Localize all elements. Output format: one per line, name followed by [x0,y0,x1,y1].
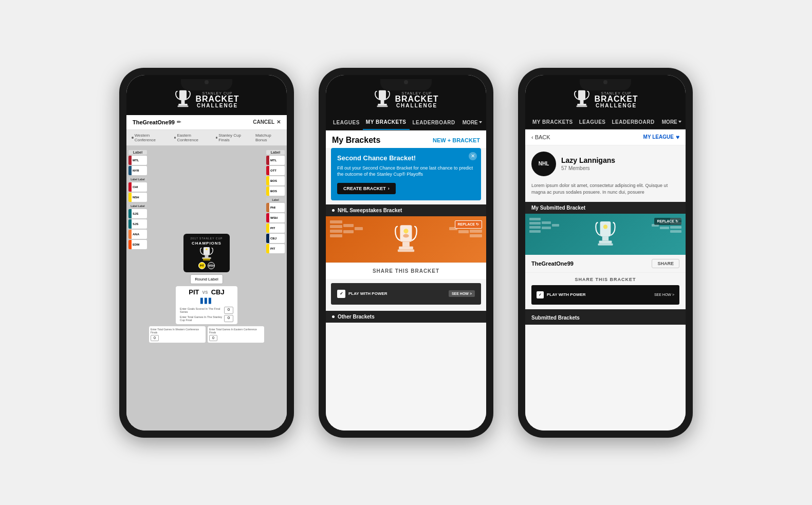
input-row-1: Enter Goals Scored In The Final Series 0 [180,307,233,314]
replace-icon-2: ↻ [476,222,479,227]
bottom-inputs: Enter Total Games In Western Conference … [149,326,264,343]
tab-western[interactable]: Western Conference [132,133,169,142]
team-slot-r7: PIT [266,223,285,233]
input-field-1[interactable]: 0 [224,307,233,314]
svg-rect-21 [578,104,587,106]
nav-mybrackets-3[interactable]: MY BRACKETS [529,115,576,129]
svg-rect-20 [580,100,584,104]
tab-bonus[interactable]: Matchup Bonus [255,133,282,142]
bracket-card-header: NHL Sweepstakes Bracket [326,204,486,216]
nav-more-3[interactable]: MORE [660,115,684,129]
svg-point-27 [603,225,607,229]
svg-rect-0 [179,90,187,100]
phone-3: STANLEY CUP BRACKET CHALLENGE MY BRACKET… [518,68,693,438]
edit-icon-1[interactable]: ✏ [177,119,181,125]
team-slot-8: EDM [128,240,147,249]
svg-rect-12 [377,105,388,107]
challenge-label-2: CHALLENGE [395,103,438,108]
trophy-icon-2 [373,89,392,111]
p1-tabs: Western Conference Eastern Conference St… [126,130,287,146]
tab-finals[interactable]: Stanley Cup Finals [216,133,250,142]
p3-nav-row: ‹ BACK MY LEAGUE ♥ [525,129,686,145]
bracket-label-3: BRACKET [594,95,638,103]
svg-point-7 [206,248,208,250]
chevron-left-icon: ‹ [531,134,533,140]
other-dot [332,315,335,318]
cancel-btn-1[interactable]: CANCEL ✕ [253,119,281,125]
input-label-1: Enter Goals Scored In The Final Series [180,307,224,313]
svg-rect-13 [400,225,412,241]
share-bracket-btn-2[interactable]: SHARE THIS BRACKET [326,263,486,279]
p3-replace-btn[interactable]: REPLACE ↻ [654,218,681,225]
p3-share-bracket-label: SHARE THIS BRACKET [531,277,679,282]
cup-svg-teal [594,220,617,248]
p3-bracket-preview: REPLACE ↻ [525,214,686,255]
chevron-down-icon-3 [678,121,681,123]
banner-close-btn[interactable]: ✕ [469,152,477,160]
p3-replace-icon: ↻ [675,219,678,223]
screen-content-2: My Brackets NEW + BRACKET ✕ Second Chanc… [326,130,486,431]
nav-bar-3: MY BRACKETS LEAGUES LEADERBOARD MORE [525,115,686,129]
nav-leaderboard-3[interactable]: LEADERBOARD [609,115,658,129]
create-bracket-btn[interactable]: CREATE BRACKET › [337,183,396,194]
svg-rect-8 [203,258,210,260]
challenge-label-1: CHALLENGE [195,103,239,108]
svg-rect-19 [578,90,585,100]
team-slot-r6: WSH [266,213,285,222]
my-brackets-title: My Brackets [332,136,380,145]
input-field-3[interactable]: 0 [151,335,159,341]
my-league-btn[interactable]: MY LEAGUE ♥ [643,134,679,141]
team-slot-r3: BOS [266,176,285,185]
champion-trophy [196,247,217,261]
tab-eastern[interactable]: Eastern Conference [174,133,211,142]
bracket-center: 2017 STANLEY CUP CHAMPIONS [149,148,264,428]
other-brackets-bar: Other Brackets [326,311,486,323]
team-slot-r2: OTT [266,166,285,175]
league-members: 57 Members [561,165,679,171]
app-header-1: STANLEY CUP BRACKET CHALLENGE [126,75,287,115]
nav-leaderboard-2[interactable]: LEADERBOARD [410,116,458,129]
nav-leagues-2[interactable]: LEAGUES [330,116,363,129]
new-bracket-btn[interactable]: NEW + BRACKET [433,137,480,143]
input-field-2[interactable]: 0 [224,315,233,322]
svg-point-18 [403,234,409,237]
username-text-1: TheGreatOne99 [133,119,175,125]
left-teams-col: Label MTL NYR Label Label CHI NSH Label … [128,148,147,428]
see-how-btn-2[interactable]: SEE HOW > [449,290,475,297]
new-bracket-label: NEW + BRACKET [433,137,480,143]
submitted-bracket-section: My Submitted Bracket [525,202,686,214]
league-desc: Lorem ipsum dolor sit amet, consectetur … [525,182,686,202]
header-text-3: STANLEY CUP BRACKET CHALLENGE [594,91,638,108]
p3-see-how-btn[interactable]: SEE HOW > [654,293,674,296]
bracket-label-1: BRACKET [195,95,239,103]
sweepstakes-label: NHL Sweepstakes Bracket [338,208,402,213]
second-chance-banner: ✕ Second Chance Bracket! Fill out your S… [331,148,481,200]
phone-2: STANLEY CUP BRACKET CHALLENGE LEAGUES MY… [319,68,493,438]
submitted-bracket-label: My Submitted Bracket [531,205,585,211]
card-dot [332,209,335,212]
right-teams-col: Label MTL OTT BOS BOS Label PHI WSH PIT … [266,148,285,428]
cup-svg-orange [393,224,419,255]
svg-rect-25 [599,240,612,243]
app-header-2: STANLEY CUP BRACKET CHALLENGE [326,75,486,115]
nav-leagues-3[interactable]: LEAGUES [576,115,609,129]
league-name: Lazy Lannigans [561,156,679,164]
svg-rect-9 [379,90,386,100]
replace-btn-2[interactable]: REPLACE ↻ [455,220,482,229]
nav-mybrackets-2[interactable]: MY BRACKETS [363,115,410,130]
trophy-icon-3 [573,89,591,111]
team-slot-3: CHI [128,182,147,192]
input-label-2: Enter Total Games In The Stanley Cup Fin… [180,315,224,322]
p3-share-btn[interactable]: SHARE [652,259,679,268]
team-slot-2: NYR [128,166,147,175]
nike-logo-2: ✓ [337,290,345,298]
back-btn-3[interactable]: ‹ BACK [531,134,550,140]
phone-1: STANLEY CUP BRACKET CHALLENGE TheGreatOn… [119,68,294,438]
input-field-4[interactable]: 0 [209,335,217,341]
screen-content-3: ‹ BACK MY LEAGUE ♥ NHL Lazy Lannigans [525,129,686,431]
team-slot-1: MTL [128,156,147,165]
nav-more-2[interactable]: MORE [460,116,484,129]
p2-title-bar: My Brackets NEW + BRACKET [326,130,486,148]
banner-desc: Fill out your Second Chance Bracket for … [337,165,475,178]
back-label-3: BACK [535,134,550,140]
